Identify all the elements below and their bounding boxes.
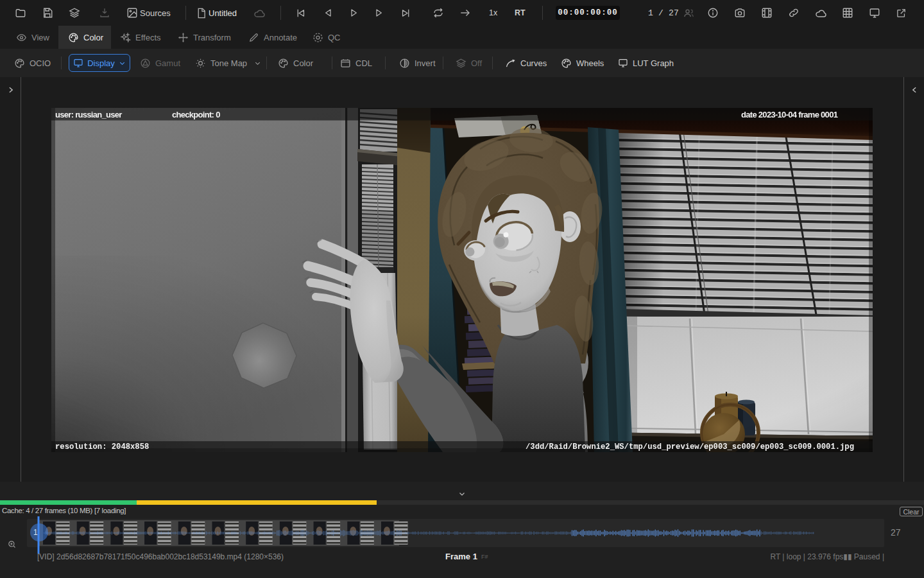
svg-text:1: 1 bbox=[33, 528, 38, 537]
